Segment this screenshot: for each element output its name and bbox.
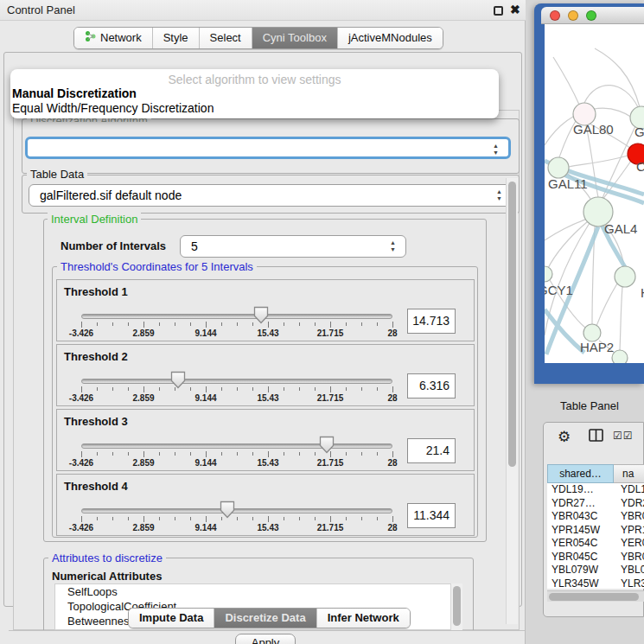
column-header-shared-name[interactable]: shared… <box>547 464 614 483</box>
minimize-traffic-light[interactable] <box>568 10 578 21</box>
tab-network[interactable]: Network <box>74 28 153 48</box>
slider-tick-label: 28 <box>387 458 397 468</box>
slider-tick <box>143 386 144 392</box>
number-of-intervals-label: Number of Intervals <box>61 239 166 252</box>
slider-tick <box>97 452 98 456</box>
panel-scrollbar[interactable] <box>506 178 518 624</box>
algorithm-option-equal-width[interactable]: Equal Width/Frequency Discretization <box>12 101 214 115</box>
network-window-titlebar <box>541 7 644 24</box>
network-node-label: GAL11 <box>548 176 588 191</box>
cell-shared-name: YBR045C <box>547 551 614 564</box>
combo-spinner-icon: ▲▼ <box>495 188 503 204</box>
network-node-label: GAL4 <box>604 221 637 236</box>
slider-tick <box>237 452 238 456</box>
close-traffic-light[interactable] <box>550 10 560 21</box>
table-data-combobox[interactable]: galFiltered.sif default node ▲▼ <box>29 184 513 207</box>
network-node-hap2[interactable] <box>583 324 601 341</box>
slider-tick <box>159 517 160 520</box>
network-graph: GAL80GCGAL11GAL4GCY1HHAP2 <box>545 24 644 363</box>
threshold-2-value-field[interactable]: 6.316 <box>407 373 456 399</box>
attributes-list-scrollbar[interactable] <box>450 583 462 630</box>
threshold-1-value-field[interactable]: 14.713 <box>407 309 456 334</box>
slider-tick <box>284 387 284 391</box>
slider-tick <box>206 386 207 392</box>
slider-tick-label: 15.43 <box>257 458 278 468</box>
slider-tick <box>128 517 129 520</box>
table-row-ybl079w[interactable]: YBL079WYBL0 <box>547 564 644 577</box>
threshold-4-value-field[interactable]: 11.344 <box>407 503 456 528</box>
combo-spinner-icon: ▲▼ <box>492 143 500 158</box>
slider-tick <box>128 322 129 326</box>
algorithm-option-manual[interactable]: Manual Discretization <box>12 86 137 100</box>
threshold-1-slider-track[interactable] <box>81 314 392 319</box>
threshold-1-slider-thumb[interactable] <box>253 306 269 324</box>
column-header-name[interactable]: na <box>614 464 644 483</box>
number-of-intervals-combobox[interactable]: 5 ▲▼ <box>180 235 406 258</box>
control-panel-titlebar: Control Panel ✖ <box>0 0 526 21</box>
tab-label: Style <box>163 31 188 44</box>
combo-spinner-icon: ▲▼ <box>389 239 397 255</box>
threshold-4-slider-track[interactable] <box>81 508 392 513</box>
checkbox-icon[interactable]: ☑☑ <box>613 430 634 442</box>
column-layout-icon[interactable] <box>589 429 603 444</box>
slider-tick <box>237 517 238 520</box>
slider-tick <box>190 387 191 391</box>
network-node[interactable] <box>612 350 628 363</box>
tab-jactivemnodules[interactable]: jActiveMNodules <box>338 28 443 48</box>
slider-tick <box>252 517 253 520</box>
attributes-group-title: Attributes to discretize <box>48 552 166 564</box>
table-row-ydr27[interactable]: YDR27…YDR2 <box>547 497 644 511</box>
network-canvas[interactable]: GAL80GCGAL11GAL4GCY1HHAP2 <box>545 24 644 363</box>
bottom-tab-discretize-data[interactable]: Discretize Data <box>214 609 316 628</box>
cyni-toolbox-content: Discretization Algorithm ▲▼ Table Data g… <box>3 52 522 607</box>
apply-button[interactable]: Apply <box>235 634 296 644</box>
table-row-ybr045c[interactable]: YBR045CYBR0 <box>547 551 644 564</box>
table-row-ydl19[interactable]: YDL19…YDL1 <box>547 483 644 497</box>
slider-tick-label: 2.859 <box>132 523 154 532</box>
algorithm-combobox[interactable]: ▲▼ <box>25 137 511 159</box>
close-icon[interactable]: ✖ <box>510 3 520 16</box>
zoom-traffic-light[interactable] <box>586 10 596 21</box>
threshold-4-slider-thumb[interactable] <box>220 501 235 519</box>
bottom-tab-infer-network[interactable]: Infer Network <box>317 609 410 628</box>
table-panel-title: Table Panel <box>560 399 619 412</box>
table-row-ypr145w[interactable]: YPR145WYPR1 <box>547 524 644 538</box>
table-row-ylr345w[interactable]: YLR345WYLR3 <box>547 577 644 590</box>
network-node-label: HAP2 <box>580 340 614 354</box>
algorithm-dropdown-popup: Select algorithm to view settings Manual… <box>10 69 499 118</box>
gear-icon[interactable]: ⚙ <box>558 428 571 446</box>
threshold-3-value-field[interactable]: 21.4 <box>407 438 456 463</box>
tab-label: Network <box>100 31 142 44</box>
threshold-2-slider-thumb[interactable] <box>170 371 186 389</box>
float-window-icon[interactable] <box>494 6 503 16</box>
network-node-gcy1[interactable] <box>545 266 552 282</box>
cell-shared-name: YBR043C <box>547 510 614 524</box>
threshold-2-slider-track[interactable] <box>81 379 392 384</box>
network-view-window[interactable]: GAL80GCGAL11GAL4GCY1HHAP2 <box>534 3 644 384</box>
slider-tick <box>284 517 284 520</box>
tab-select[interactable]: Select <box>200 28 252 48</box>
threshold-3-slider-track[interactable] <box>81 443 392 449</box>
slider-tick <box>252 452 253 456</box>
table-data-group-title: Table Data <box>27 168 87 181</box>
slider-tick <box>268 386 269 392</box>
cell-name: YBL0 <box>614 564 644 577</box>
tab-style[interactable]: Style <box>153 28 200 48</box>
network-node-gal11[interactable] <box>548 157 569 178</box>
tab-cyni-toolbox[interactable]: Cyni Toolbox <box>252 28 338 48</box>
slider-tick <box>159 322 160 326</box>
attribute-item-selfloops[interactable]: SelfLoops <box>55 584 462 599</box>
bottom-tab-impute-data[interactable]: Impute Data <box>129 609 214 628</box>
slider-tick <box>361 322 362 326</box>
table-horizontal-scrollbar[interactable] <box>547 590 644 602</box>
network-icon <box>85 30 96 45</box>
network-node-h[interactable] <box>615 266 635 287</box>
table-row-yer054c[interactable]: YER054CYER0 <box>547 537 644 551</box>
cell-name: YDR2 <box>614 497 644 511</box>
threshold-3-slider-thumb[interactable] <box>319 436 335 454</box>
table-row-ybr043c[interactable]: YBR043CYBR0 <box>547 510 644 524</box>
cell-shared-name: YPR145W <box>547 524 614 538</box>
slider-tick <box>112 387 113 391</box>
network-node-label: GCY1 <box>545 283 573 297</box>
slider-tick-label: -3.426 <box>69 393 93 403</box>
